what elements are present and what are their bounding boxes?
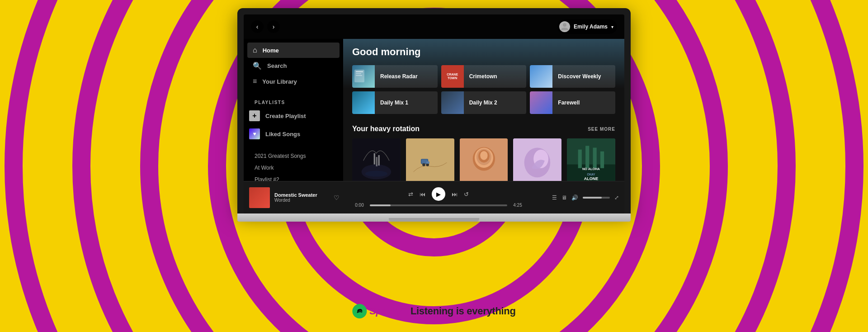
laptop-base [237, 213, 631, 222]
quick-card-release-radar[interactable]: Release Radar [352, 65, 438, 88]
sidebar-nav: ⌂ Home 🔍 Search ≡ Your Library [244, 43, 343, 89]
devices-icon[interactable]: 🖥 [561, 194, 567, 201]
progress-fill [370, 204, 391, 206]
main-content[interactable]: Good morning [343, 39, 624, 181]
track-text: Domestic Sweater Worded [274, 192, 329, 203]
rotation-card-some-days[interactable]: Some Days Ira Wolf [406, 138, 454, 181]
svg-point-11 [365, 171, 387, 176]
volume-bar[interactable] [583, 197, 610, 199]
svg-point-0 [563, 23, 566, 27]
quick-card-crimetown[interactable]: CRANETOWN Crimetown [441, 65, 527, 88]
queue-icon[interactable]: ☰ [552, 194, 557, 201]
progress-bar[interactable]: 0:00 4:25 [353, 203, 524, 208]
svg-rect-9 [376, 157, 377, 166]
svg-rect-32 [600, 152, 604, 168]
liked-songs-button[interactable]: ♥ Liked Songs [244, 125, 343, 143]
next-button[interactable]: ⏭ [452, 191, 458, 198]
svg-rect-17 [426, 161, 429, 164]
sidebar-item-search[interactable]: 🔍 Search [247, 58, 340, 74]
release-radar-art [352, 65, 375, 88]
playlist-item-2[interactable]: At Work [244, 162, 343, 174]
spotify-logo: Spotify™ [352, 304, 406, 318]
play-pause-button[interactable]: ▶ [432, 187, 445, 201]
playlists-section-label: PLAYLISTS [244, 96, 343, 107]
quick-card-discover-weekly[interactable]: Discover Weekly [530, 65, 615, 88]
trademark-symbol: ™ [401, 307, 406, 312]
discover-weekly-label: Discover Weekly [552, 73, 606, 80]
playlist-item-3[interactable]: Playlist #2 [244, 174, 343, 181]
rotation-card-chime[interactable]: Chime Alan Gogoll [460, 138, 508, 181]
liked-songs-label: Liked Songs [265, 131, 300, 138]
home-icon: ⌂ [253, 46, 257, 54]
rotation-card-in-your-car[interactable]: NO ALOHA OKAY ALONE In Your Car No Aloha [567, 138, 615, 181]
spotify-wordmark: Spotify™ [369, 305, 406, 317]
quick-card-daily-mix-2[interactable]: Daily Mix 2 [441, 91, 527, 114]
playlist-item-1[interactable]: 2021 Greatest Songs [244, 150, 343, 162]
avatar [559, 21, 570, 32]
library-icon: ≡ [253, 77, 257, 85]
daily-mix-1-art [352, 91, 375, 114]
quick-card-daily-mix-1[interactable]: Daily Mix 1 [352, 91, 438, 114]
sidebar-search-label: Search [267, 62, 287, 69]
chime-art [460, 138, 508, 181]
track-info: Domestic Sweater Worded ♡ [249, 187, 340, 208]
nav-buttons: ‹ › [251, 20, 280, 33]
svg-rect-8 [374, 153, 375, 165]
now-playing-art [249, 187, 270, 208]
rotation-grid: Be Happy Gene Evaro Jr. [352, 138, 615, 181]
like-button[interactable]: ♡ [334, 194, 340, 201]
track-title: Domestic Sweater [274, 192, 329, 198]
svg-rect-5 [356, 75, 362, 76]
svg-text:OKAY: OKAY [587, 173, 595, 176]
sidebar-item-home[interactable]: ⌂ Home [247, 43, 340, 58]
sidebar-library-label: Your Library [262, 78, 297, 85]
farewell-label: Farewell [552, 100, 585, 106]
chevron-down-icon: ▾ [611, 24, 613, 29]
control-buttons: ⇄ ⏮ ▶ ⏭ ↺ [408, 187, 469, 201]
svg-rect-31 [593, 148, 597, 168]
back-button[interactable]: ‹ [251, 20, 264, 33]
svg-rect-10 [378, 155, 380, 166]
svg-rect-3 [356, 71, 363, 72]
be-happy-art [352, 138, 401, 181]
rotation-card-runaway[interactable]: Runaway Beast Coast [513, 138, 561, 181]
fullscreen-icon[interactable]: ⤢ [614, 194, 619, 201]
farewell-art [530, 91, 552, 114]
create-playlist-button[interactable]: + Create Playlist [244, 107, 343, 125]
see-more-button[interactable]: SEE MORE [588, 127, 615, 132]
progress-track[interactable] [370, 204, 507, 206]
previous-button[interactable]: ⏮ [420, 191, 425, 198]
spotify-icon [352, 304, 367, 318]
svg-point-23 [480, 151, 487, 160]
daily-mix-1-label: Daily Mix 1 [375, 100, 414, 106]
shuffle-button[interactable]: ⇄ [408, 191, 413, 198]
heavy-rotation-header: Your heavy rotation SEE MORE [352, 125, 615, 133]
svg-text:NO ALOHA: NO ALOHA [582, 167, 600, 171]
app-layout: ⌂ Home 🔍 Search ≡ Your Library [244, 39, 624, 181]
user-menu[interactable]: Emily Adams ▾ [557, 19, 617, 34]
quick-card-farewell[interactable]: Farewell [530, 91, 615, 114]
track-artist: Worded [274, 198, 329, 203]
volume-icon[interactable]: 🔊 [571, 194, 578, 201]
svg-rect-4 [356, 73, 361, 74]
repeat-button[interactable]: ↺ [464, 191, 469, 198]
create-playlist-label: Create Playlist [265, 113, 306, 119]
sidebar: ⌂ Home 🔍 Search ≡ Your Library [244, 39, 343, 181]
user-name-label: Emily Adams [574, 24, 608, 30]
sidebar-item-library[interactable]: ≡ Your Library [247, 74, 340, 89]
quick-picks-grid: Release Radar CRANETOWN Crimetown [352, 65, 615, 114]
current-time: 0:00 [353, 203, 366, 208]
top-bar: ‹ › Emily Adams ▾ [244, 14, 624, 39]
sidebar-home-label: Home [263, 47, 279, 54]
svg-point-15 [422, 163, 425, 166]
playback-controls: ⇄ ⏮ ▶ ⏭ ↺ 0:00 4:25 [340, 187, 538, 208]
crimetown-art: CRANETOWN [441, 65, 464, 88]
daily-mix-2-label: Daily Mix 2 [464, 100, 503, 106]
heavy-rotation-title: Your heavy rotation [352, 125, 420, 133]
svg-point-36 [355, 307, 364, 316]
forward-button[interactable]: › [267, 20, 280, 33]
rotation-card-be-happy[interactable]: Be Happy Gene Evaro Jr. [352, 138, 401, 181]
svg-rect-12 [406, 138, 454, 181]
branding-area: Spotify™ Listening is everything [352, 304, 515, 318]
add-icon: + [249, 110, 260, 121]
